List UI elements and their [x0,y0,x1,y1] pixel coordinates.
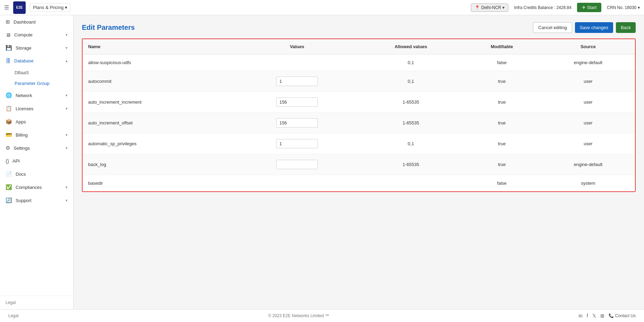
sidebar-label-apps: Apps [16,119,26,124]
param-modifiable: true [463,154,541,175]
sidebar-item-compute[interactable]: 🖥 Compute ▾ [0,28,73,41]
sidebar-item-licenses[interactable]: 📋 Licenses ▾ [0,102,73,115]
start-button[interactable]: ✈ Start [577,3,601,12]
footer-copyright: © 2023 E2E Networks Limited ™ [18,313,578,318]
table-body: allow-suspicious-udfs 0,1 false engine-d… [83,54,635,192]
support-icon: 🔄 [6,197,12,203]
apps-icon: 📦 [6,119,12,125]
database-chevron: ▴ [66,59,68,63]
sidebar-item-docs[interactable]: 📄 Docs [0,167,73,181]
sidebar-item-billing[interactable]: 💳 Billing ▾ [0,128,73,141]
param-allowed: 1-65535 [359,113,463,133]
param-allowed [359,175,463,192]
sidebar-sub-parameter-group[interactable]: Parameter Group [0,78,73,89]
hamburger-icon[interactable]: ☰ [4,4,9,11]
sidebar-item-storage[interactable]: 💾 Storage ▾ [0,41,73,54]
crn-label: CRN No. 18030 [607,5,636,10]
col-values: Values [235,39,359,54]
param-source: user [541,92,635,113]
sidebar-label-docs: Docs [16,172,26,177]
compute-chevron: ▾ [66,33,68,37]
sidebar-label-billing: Billing [16,132,28,138]
page-header: Edit Parameters Cancel editing Save chan… [82,22,636,33]
param-modifiable: false [463,175,541,192]
infra-credits-balance: Infra Credits Balance : 2428.84 [514,5,571,10]
top-nav: ☰ E2E Plans & Pricing ▾ 📍 Delhi-NCR ▾ In… [0,0,644,15]
auto-increment-offset-input[interactable] [276,118,318,128]
compliances-chevron: ▾ [66,185,68,190]
contact-us-label: Contact Us [615,313,636,318]
sidebar-item-dashboard[interactable]: ⊞ Dashboard [0,15,73,28]
param-modifiable: true [463,92,541,113]
sidebar-label-support: Support [16,198,32,203]
main-layout: ⊞ Dashboard 🖥 Compute ▾ 💾 Storage ▾ 🗄 Da… [0,15,644,309]
sidebar-label-database: Database [14,58,34,63]
contact-us-link[interactable]: 📞 Contact Us [609,313,636,318]
header-actions: Cancel editing Save changes Back [533,22,636,33]
sidebar-footer: Legal [0,296,73,309]
param-allowed: 1-65535 [359,154,463,175]
billing-chevron: ▾ [66,133,68,137]
location-pin-icon: 📍 [475,5,480,10]
logo: E2E [13,1,26,14]
col-name: Name [83,39,235,54]
autocommit-input[interactable] [276,77,318,86]
sidebar-item-support[interactable]: 🔄 Support ▾ [0,194,73,207]
table-row: automatic_sp_privileges 0,1 true user [83,133,635,154]
param-modifiable: true [463,71,541,92]
sidebar-label-compute: Compute [14,32,33,37]
param-value [235,133,359,154]
compliances-icon: ✅ [6,184,12,190]
licenses-chevron: ▾ [66,106,68,111]
col-modifiable: Modifiable [463,39,541,54]
param-value [235,154,359,175]
param-name: allow-suspicious-udfs [83,54,235,71]
top-nav-right: 📍 Delhi-NCR ▾ Infra Credits Balance : 24… [471,3,640,12]
sidebar-sub-dbaas[interactable]: DBaaS [0,67,73,78]
param-value [235,92,359,113]
auto-increment-increment-input[interactable] [276,97,318,107]
plans-pricing-button[interactable]: Plans & Pricing ▾ [30,3,70,12]
param-allowed: 1-65535 [359,92,463,113]
footer: Legal © 2023 E2E Networks Limited ™ in f… [0,309,644,322]
twitter-icon[interactable]: 𝕏 [592,313,596,319]
param-source: system [541,175,635,192]
param-value [235,71,359,92]
param-modifiable: false [463,54,541,71]
region-label: Delhi-NCR [481,5,501,10]
table-header-row: Name Values Allowed values Modifiable So… [83,39,635,54]
linkedin-icon[interactable]: in [579,313,583,319]
logo-text: E2E [16,6,23,9]
table-row: basedir false system [83,175,635,192]
rss-icon[interactable]: ⊞ [600,313,604,319]
param-name: basedir [83,175,235,192]
sidebar-item-compliances[interactable]: ✅ Compliances ▾ [0,181,73,194]
page-title: Edit Parameters [82,24,135,32]
sidebar-item-network[interactable]: 🌐 Network ▾ [0,89,73,102]
save-changes-button[interactable]: Save changes [575,22,613,33]
automatic-sp-privileges-input[interactable] [276,139,318,148]
start-label: Start [587,5,596,10]
sidebar-item-database[interactable]: 🗄 Database ▴ [0,54,73,67]
crn-chevron: ▾ [638,5,640,10]
plans-pricing-label: Plans & Pricing [33,5,63,10]
parameters-table: Name Values Allowed values Modifiable So… [83,39,635,191]
param-modifiable: true [463,113,541,133]
footer-legal[interactable]: Legal [8,313,18,318]
region-button[interactable]: 📍 Delhi-NCR ▾ [471,3,508,12]
param-name: auto_increment_offset [83,113,235,133]
sidebar: ⊞ Dashboard 🖥 Compute ▾ 💾 Storage ▾ 🗄 Da… [0,15,74,309]
network-chevron: ▾ [66,93,68,98]
plans-pricing-chevron: ▾ [65,5,67,10]
sidebar-item-apps[interactable]: 📦 Apps [0,115,73,128]
sidebar-item-settings[interactable]: ⚙ Settings ▾ [0,141,73,155]
sidebar-item-api[interactable]: {} API [0,155,73,167]
crn-number[interactable]: CRN No. 18030 ▾ [607,5,640,10]
cancel-editing-button[interactable]: Cancel editing [533,22,572,33]
sidebar-label-dashboard: Dashboard [14,19,36,25]
back-button[interactable]: Back [616,22,636,33]
back-log-input[interactable] [276,160,318,169]
legal-link[interactable]: Legal [6,300,16,305]
sidebar-label-api: API [12,158,20,164]
facebook-icon[interactable]: f [587,313,588,319]
